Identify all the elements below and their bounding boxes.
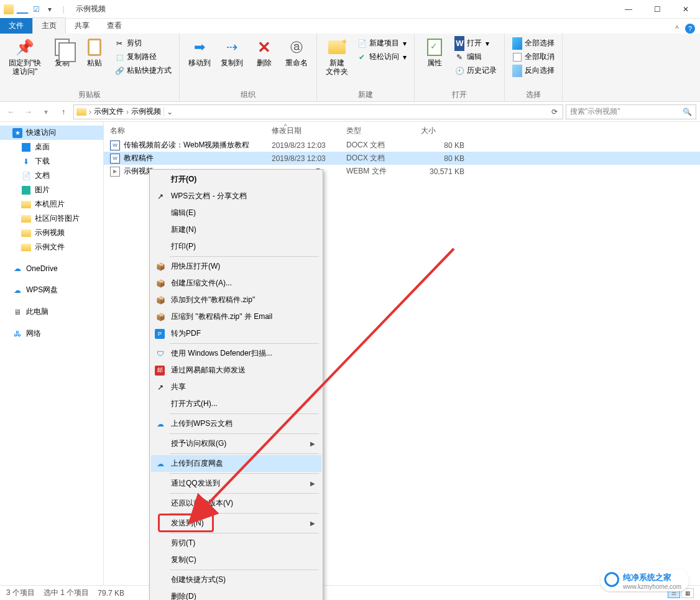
nav-onedrive[interactable]: ☁OneDrive bbox=[0, 262, 103, 275]
edit-button[interactable]: ✎编辑 bbox=[452, 51, 499, 63]
breadcrumb-seg[interactable]: 示例文件 bbox=[94, 106, 124, 117]
docx-icon: W bbox=[110, 141, 120, 150]
pc-icon: 🖥 bbox=[12, 307, 22, 317]
col-modified[interactable]: 修改日期 bbox=[272, 126, 346, 136]
nav-samplefiles[interactable]: 示例文件 bbox=[0, 240, 103, 254]
menu-share[interactable]: ↗共享 bbox=[151, 379, 321, 395]
nav-localphotos[interactable]: 本机照片 bbox=[0, 197, 103, 211]
nav-wps[interactable]: ☁WPS网盘 bbox=[0, 283, 103, 297]
history-button[interactable]: 🕘历史记录 bbox=[452, 65, 499, 76]
breadcrumb-sep: › bbox=[126, 108, 129, 116]
menu-new[interactable]: 新建(N) bbox=[151, 221, 321, 238]
pasteshortcut-button[interactable]: 🔗粘贴快捷方式 bbox=[112, 65, 174, 76]
nav-downloads[interactable]: ⬇下载 bbox=[0, 154, 103, 168]
menu-edit[interactable]: 编辑(E) bbox=[151, 205, 321, 221]
selectall-button[interactable]: 全部选择 bbox=[510, 37, 557, 49]
delete-button[interactable]: ✕删除 bbox=[249, 36, 279, 68]
open-button[interactable]: W打开▾ bbox=[452, 37, 499, 49]
col-name[interactable]: 名称 bbox=[110, 126, 272, 136]
status-selected: 选中 1 个项目 bbox=[44, 588, 89, 598]
search-input[interactable]: 搜索"示例视频" 🔍 bbox=[566, 104, 696, 119]
collapse-ribbon-icon[interactable]: ^ bbox=[675, 24, 679, 33]
menu-kuaizip[interactable]: 📦用快压打开(W) bbox=[151, 258, 321, 275]
up-button[interactable]: ↑ bbox=[56, 104, 71, 119]
newfolder-button[interactable]: 新建 文件夹 bbox=[322, 36, 352, 77]
menu-restore[interactable]: 还原以前的版本(V) bbox=[151, 495, 321, 512]
recent-dropdown[interactable]: ▾ bbox=[39, 104, 53, 119]
maximize-button[interactable]: ☐ bbox=[643, 0, 671, 19]
ribbon-group-organize: ➡移动到 ⇢复制到 ✕删除 ⓐ重命名 组织 bbox=[180, 34, 317, 101]
copyto-button[interactable]: ⇢复制到 bbox=[217, 36, 247, 68]
minimize-button[interactable]: ― bbox=[614, 0, 643, 19]
invert-button[interactable]: 反向选择 bbox=[510, 65, 557, 76]
rename-button[interactable]: ⓐ重命名 bbox=[282, 36, 311, 68]
qat-dropdown[interactable]: ▾ bbox=[45, 4, 55, 14]
cut-button[interactable]: ✂剪切 bbox=[112, 37, 174, 49]
menu-topdf[interactable]: P转为PDF bbox=[151, 325, 321, 342]
help-icon[interactable]: ? bbox=[685, 24, 695, 34]
menu-createzip[interactable]: 📦创建压缩文件(A)... bbox=[151, 275, 321, 292]
submenu-arrow-icon: ▶ bbox=[310, 480, 315, 487]
menu-uploadbaidu[interactable]: ☁上传到百度网盘 bbox=[151, 455, 321, 472]
share-icon: ↗ bbox=[155, 191, 166, 202]
menu-grantaccess[interactable]: 授予访问权限(G)▶ bbox=[151, 435, 321, 452]
selectnone-button[interactable]: 全部取消 bbox=[510, 51, 557, 63]
back-button[interactable]: ← bbox=[4, 104, 19, 119]
column-headers[interactable]: 名称 修改日期 类型 大小 ^ bbox=[104, 122, 700, 139]
menu-sendto[interactable]: 发送到(N)▶ bbox=[151, 515, 321, 532]
newitem-button[interactable]: 📄新建项目▾ bbox=[354, 37, 409, 49]
tab-file[interactable]: 文件 bbox=[0, 18, 32, 34]
menu-print[interactable]: 打印(P) bbox=[151, 238, 321, 255]
col-type[interactable]: 类型 bbox=[346, 126, 421, 136]
menu-addtozip[interactable]: 📦添加到文件"教程稿件.zip" bbox=[151, 292, 321, 308]
nav-documents[interactable]: 📄文档 bbox=[0, 168, 103, 183]
menu-wangyi[interactable]: 邮通过网易邮箱大师发送 bbox=[151, 362, 321, 379]
mail-icon: 邮 bbox=[155, 366, 165, 376]
nav-qaphotos[interactable]: 社区问答图片 bbox=[0, 211, 103, 226]
tab-view[interactable]: 查看 bbox=[98, 18, 131, 34]
breadcrumb-seg[interactable]: 示例视频 bbox=[131, 106, 161, 117]
nav-pictures[interactable]: 图片 bbox=[0, 183, 103, 197]
titlebar: ▁▁ ☑ ▾ | 示例视频 ― ☐ ✕ bbox=[0, 0, 700, 19]
col-size[interactable]: 大小 bbox=[421, 126, 471, 136]
copy-button[interactable]: 复制 bbox=[47, 36, 77, 68]
file-row[interactable]: W传输视频前必读：WebM视频播放教程 2019/8/23 12:03 DOCX… bbox=[104, 139, 700, 152]
menu-openwith[interactable]: 打开方式(H)... bbox=[151, 395, 321, 412]
close-button[interactable]: ✕ bbox=[671, 0, 700, 19]
qat-item[interactable]: ▁▁ bbox=[17, 4, 27, 14]
menu-uploadwps[interactable]: ☁上传到WPS云文档 bbox=[151, 415, 321, 432]
menu-copy[interactable]: 复制(C) bbox=[151, 552, 321, 568]
paste-button[interactable]: 粘贴 bbox=[80, 36, 109, 68]
qat-check-icon[interactable]: ☑ bbox=[31, 4, 41, 14]
properties-button[interactable]: 属性 bbox=[420, 36, 449, 68]
pin-button[interactable]: 📌 固定到"快 速访问" bbox=[5, 36, 45, 77]
nav-samplevideos[interactable]: 示例视频 bbox=[0, 226, 103, 240]
menu-open[interactable]: 打开(O) bbox=[151, 171, 321, 188]
easyaccess-button[interactable]: ✔轻松访问▾ bbox=[354, 51, 409, 63]
history-icon: 🕘 bbox=[454, 66, 464, 76]
menu-defender[interactable]: 🛡使用 Windows Defender扫描... bbox=[151, 345, 321, 362]
address-dropdown[interactable]: ⌄ bbox=[163, 108, 175, 116]
menu-delete[interactable]: 删除(D) bbox=[151, 588, 321, 600]
nav-desktop[interactable]: 桌面 bbox=[0, 140, 103, 154]
tab-home[interactable]: 主页 bbox=[32, 17, 66, 34]
folder-icon bbox=[21, 228, 31, 238]
tab-share[interactable]: 共享 bbox=[66, 18, 98, 34]
forward-button[interactable]: → bbox=[21, 104, 36, 119]
refresh-button[interactable]: ⟳ bbox=[549, 108, 560, 116]
file-row[interactable]: W教程稿件 2019/8/23 12:03 DOCX 文档 80 KB bbox=[104, 152, 700, 165]
menu-cut[interactable]: 剪切(T) bbox=[151, 535, 321, 552]
menu-wps-share[interactable]: ↗WPS云文档 - 分享文档 bbox=[151, 188, 321, 205]
nav-quickaccess[interactable]: ★快速访问 bbox=[0, 126, 103, 140]
menu-shortcut[interactable]: 创建快捷方式(S) bbox=[151, 571, 321, 588]
menu-zipemail[interactable]: 📦压缩到 "教程稿件.zip" 并 Email bbox=[151, 308, 321, 325]
address-bar: ← → ▾ ↑ › 示例文件 › 示例视频 ⌄ ⟳ 搜索"示例视频" 🔍 bbox=[0, 102, 700, 122]
share-icon: ↗ bbox=[155, 382, 166, 393]
menu-sendqq[interactable]: 通过QQ发送到▶ bbox=[151, 475, 321, 492]
address-input[interactable]: › 示例文件 › 示例视频 ⌄ ⟳ bbox=[73, 104, 563, 119]
nav-network[interactable]: 🖧网络 bbox=[0, 326, 103, 341]
nav-thispc[interactable]: 🖥此电脑 bbox=[0, 305, 103, 319]
moveto-button[interactable]: ➡移动到 bbox=[185, 36, 214, 68]
copypath-button[interactable]: ⬚复制路径 bbox=[112, 51, 174, 63]
star-icon: ★ bbox=[12, 128, 22, 138]
